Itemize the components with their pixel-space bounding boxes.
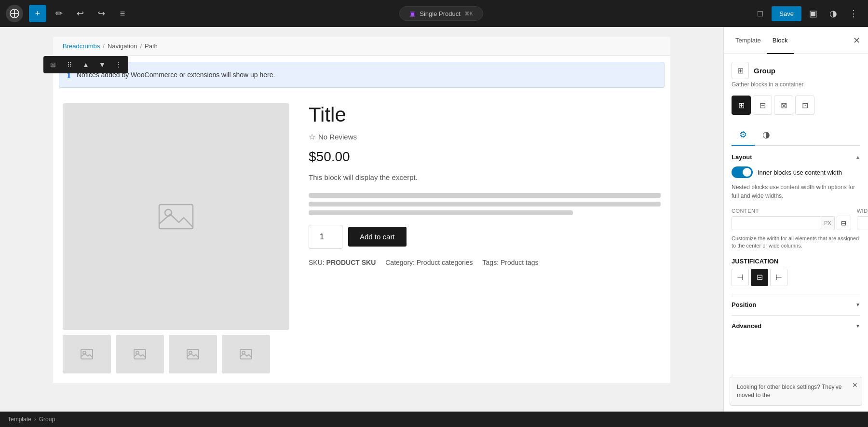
svg-rect-9 (240, 349, 252, 359)
doc-title: Single Product (420, 10, 461, 17)
layout-title-text: Layout (732, 153, 752, 161)
panel-close-button[interactable]: ✕ (851, 33, 862, 48)
toast-close-button[interactable]: ✕ (852, 381, 858, 389)
wide-col: WIDE PX ⊟ (857, 208, 868, 230)
layout-icon-flow-button[interactable]: ⊡ (795, 96, 814, 115)
svg-rect-1 (159, 205, 193, 229)
content-col: CONTENT PX ⊟ (732, 208, 851, 230)
advanced-section: Advanced ▼ (732, 315, 860, 336)
justify-right-button[interactable]: ⊢ (770, 269, 787, 286)
toggle-row: Inner blocks use content width (732, 166, 860, 178)
product-image-placeholder (63, 103, 289, 330)
block-description: Gather blocks in a container. (732, 81, 860, 88)
toggle-sidebar-button[interactable]: ▣ (804, 5, 822, 22)
block-icon: ⊞ (732, 62, 749, 79)
undo-button[interactable]: ↩ (71, 5, 89, 22)
toggle-description: Nested blocks use content width with opt… (732, 183, 860, 200)
product-excerpt: This block will display the excerpt. (309, 172, 661, 183)
advanced-chevron: ▼ (855, 323, 860, 329)
contrast-toggle-button[interactable]: ◑ (825, 5, 842, 22)
breadcrumb-sep-1: / (103, 42, 105, 50)
preview-button[interactable]: □ (751, 5, 769, 22)
justify-left-button[interactable]: ⊣ (732, 269, 749, 286)
image-placeholder-icon (157, 197, 195, 236)
toolbar-center: ▣ Single Product ⌘K (135, 6, 747, 21)
settings-tab-gear[interactable]: ⚙ (732, 124, 755, 146)
add-to-cart-button[interactable]: Add to cart (348, 227, 407, 247)
position-title: Position (732, 301, 756, 308)
tab-block[interactable]: Block (767, 28, 794, 54)
settings-tab-contrast[interactable]: ◑ (755, 124, 778, 146)
block-move-down-button[interactable]: ▼ (95, 57, 110, 72)
breadcrumb-item-path: Path (145, 42, 158, 50)
save-button[interactable]: Save (772, 6, 801, 21)
main-toolbar: + ✏ ↩ ↪ ≡ ▣ Single Product ⌘K □ Save ▣ ◑… (0, 0, 868, 27)
layout-icon-box-button[interactable]: ⊞ (732, 96, 751, 115)
meta-line-2 (309, 202, 661, 207)
position-header[interactable]: Position ▼ (732, 301, 860, 308)
block-move-up-button[interactable]: ▲ (78, 57, 94, 72)
svg-rect-3 (81, 349, 93, 359)
block-select-parent-button[interactable]: ⊞ (45, 57, 61, 72)
block-drag-button[interactable]: ⠿ (62, 57, 77, 72)
category-label: Category: Product categories (385, 259, 473, 266)
tab-template[interactable]: Template (730, 28, 767, 54)
panel-toast: Looking for other block settings? They'v… (730, 377, 862, 406)
advanced-header[interactable]: Advanced ▼ (732, 322, 860, 330)
sku-label: SKU: PRODUCT SKU (309, 259, 376, 266)
right-panel: Template Block ✕ ⊞ Group Gather blocks i… (723, 27, 868, 412)
thumbnail-3[interactable] (169, 335, 217, 373)
product-image-section (63, 103, 289, 373)
main-area: ⊞ ⠿ ▲ ▼ ⋮ Breadcrumbs / Navigation / Pat… (0, 27, 868, 412)
status-group-label[interactable]: Group (39, 416, 55, 423)
toolbar-right: □ Save ▣ ◑ ⋮ (751, 5, 862, 22)
wordpress-logo[interactable] (6, 5, 23, 22)
wide-width-input[interactable] (857, 217, 868, 230)
layout-icon-grid-button[interactable]: ⊠ (774, 96, 793, 115)
product-info: Title ☆ No Reviews $50.00 This block wil… (309, 103, 661, 373)
breadcrumb-item-navigation: Navigation (108, 42, 137, 50)
content-align-button[interactable]: ⊟ (837, 216, 851, 230)
thumbnail-2[interactable] (116, 335, 164, 373)
content-width-input[interactable] (732, 217, 821, 230)
block-header: ⊞ Group (732, 62, 860, 79)
product-reviews[interactable]: ☆ No Reviews (309, 132, 661, 141)
layout-section-title: Layout ▲ (732, 153, 860, 161)
wide-input-row: PX (857, 216, 868, 230)
svg-rect-5 (134, 349, 146, 359)
add-block-button[interactable]: + (29, 5, 46, 22)
content-wide-row: CONTENT PX ⊟ WIDE PX (732, 208, 860, 230)
thumbnail-4[interactable] (222, 335, 270, 373)
add-to-cart-row: Add to cart (309, 225, 661, 249)
meta-line-3 (309, 210, 573, 215)
product-meta-lines (309, 193, 661, 215)
options-button[interactable]: ⋮ (845, 5, 862, 22)
canvas: Breadcrumbs / Navigation / Path ℹ Notice… (53, 37, 670, 383)
layout-chevron[interactable]: ▲ (855, 154, 860, 160)
quantity-input[interactable] (309, 225, 342, 249)
canvas-wrapper[interactable]: ⊞ ⠿ ▲ ▼ ⋮ Breadcrumbs / Navigation / Pat… (0, 27, 723, 412)
toggle-label: Inner blocks use content width (758, 169, 842, 176)
thumbnail-1[interactable] (63, 335, 111, 373)
redo-button[interactable]: ↪ (93, 5, 110, 22)
reviews-text: No Reviews (318, 133, 357, 141)
doc-title-pill[interactable]: ▣ Single Product ⌘K (399, 6, 483, 21)
sku-value: PRODUCT SKU (326, 259, 376, 266)
block-more-options-button[interactable]: ⋮ (111, 57, 126, 72)
layout-icon-columns-button[interactable]: ⊟ (753, 96, 772, 115)
breadcrumb-item-breadcrumbs[interactable]: Breadcrumbs (63, 42, 100, 50)
position-section: Position ▼ (732, 294, 860, 315)
tools-button[interactable]: ✏ (50, 5, 68, 22)
justification-buttons: ⊣ ⊟ ⊢ (732, 269, 860, 286)
content-unit: PX (821, 217, 834, 229)
justification-title: JUSTIFICATION (732, 258, 860, 265)
category-value: Product categories (417, 259, 473, 266)
list-view-button[interactable]: ≡ (114, 5, 131, 22)
justify-center-button[interactable]: ⊟ (751, 269, 768, 286)
notice-bar: ℹ Notices added by WooCommerce or extens… (59, 62, 665, 88)
status-template-label[interactable]: Template (8, 416, 31, 423)
product-title: Title (309, 103, 661, 126)
inner-blocks-toggle[interactable] (732, 166, 753, 178)
panel-header: Template Block ✕ (724, 27, 868, 54)
layout-icons: ⊞ ⊟ ⊠ ⊡ (732, 96, 860, 115)
